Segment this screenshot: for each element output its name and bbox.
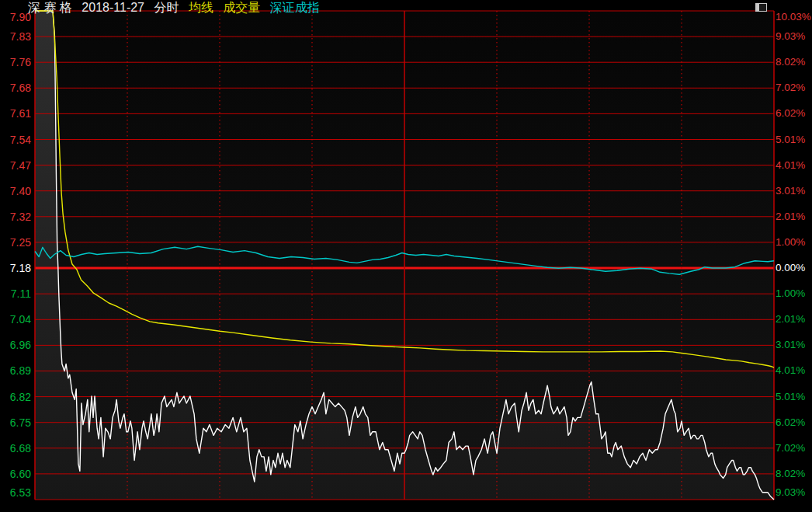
price-tick-label: 6.96: [10, 339, 31, 351]
percent-tick-label: 9.03%: [776, 486, 805, 499]
percent-tick-label: 1.00%: [776, 287, 805, 300]
tab-intraday[interactable]: 分时: [154, 1, 179, 14]
percent-tick-label: 9.03%: [776, 30, 805, 43]
percent-axis: 10.03%9.03%8.02%7.02%6.02%5.01%4.01%3.01…: [776, 0, 812, 512]
price-tick-label: 7.47: [10, 159, 31, 172]
percent-tick-label: 7.02%: [776, 82, 805, 94]
toggle-ma-line[interactable]: 均线: [189, 1, 213, 14]
percent-tick-label: 5.01%: [776, 391, 805, 403]
percent-tick-label: 8.02%: [776, 56, 805, 68]
panel-toggle-icon[interactable]: [755, 3, 767, 12]
price-tick-label: 7.76: [10, 56, 31, 68]
price-tick-label: 7.54: [10, 134, 31, 146]
price-tick-label: 6.68: [10, 442, 31, 455]
price-tick-label: 7.83: [10, 30, 31, 43]
percent-tick-label: 4.01%: [776, 159, 805, 172]
price-tick-label: 6.89: [10, 364, 31, 377]
percent-tick-label: 3.01%: [776, 339, 805, 351]
chart-header: 深 赛 格 2018-11-27 分时 均线 成交量 深证成指: [28, 0, 326, 16]
price-tick-label: 7.61: [10, 107, 31, 120]
percent-tick-label: 1.00%: [776, 236, 805, 249]
price-axis: 7.907.837.767.687.617.547.477.407.327.25…: [0, 0, 33, 512]
price-tick-label: 6.82: [10, 391, 31, 403]
percent-tick-label: 6.02%: [776, 416, 805, 429]
price-tick-label: 7.32: [10, 211, 31, 223]
price-tick-label: 6.75: [10, 416, 31, 429]
percent-tick-label: 6.02%: [776, 107, 805, 120]
percent-tick-label: 7.02%: [776, 442, 805, 455]
toggle-index-overlay[interactable]: 深证成指: [270, 1, 320, 14]
percent-tick-label: 3.01%: [776, 185, 805, 197]
percent-tick-label: 10.03%: [776, 11, 811, 23]
percent-tick-label: 2.01%: [776, 211, 805, 223]
price-tick-label: 7.18: [10, 262, 31, 274]
percent-tick-label: 2.01%: [776, 313, 805, 326]
price-tick-label: 7.04: [10, 313, 31, 326]
price-tick-label: 7.25: [10, 236, 31, 249]
stock-name: 深 赛 格: [28, 1, 72, 14]
toggle-volume[interactable]: 成交量: [223, 1, 260, 14]
price-tick-label: 6.60: [10, 468, 31, 480]
percent-tick-label: 4.01%: [776, 364, 805, 377]
percent-tick-label: 8.02%: [776, 468, 805, 480]
price-tick-label: 7.11: [11, 287, 31, 300]
price-tick-label: 7.68: [10, 82, 31, 94]
intraday-chart-window: 深 赛 格 2018-11-27 分时 均线 成交量 深证成指 7.907.83…: [0, 0, 812, 512]
percent-tick-label: 5.01%: [776, 134, 805, 146]
price-tick-label: 6.53: [10, 486, 31, 499]
percent-tick-label: 0.00%: [776, 262, 805, 274]
chart-canvas[interactable]: [0, 0, 812, 512]
trade-date: 2018-11-27: [82, 1, 144, 14]
price-tick-label: 7.40: [10, 185, 31, 197]
